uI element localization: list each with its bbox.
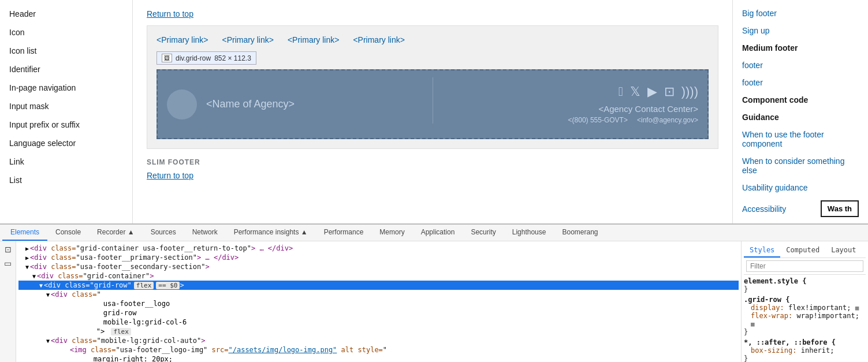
styles-tab-ev[interactable]: Ev [862, 244, 868, 257]
right-panel-medium-footer[interactable]: Medium footer [733, 39, 868, 57]
right-panel-usability[interactable]: Usability guidance [733, 179, 868, 196]
footer-primary-link-1[interactable]: <Primary link> [157, 35, 208, 44]
html-line-logo-class-2: grid-row [18, 308, 739, 318]
footer-secondary: <Name of Agency>  𝕏 ▶ ⊡ )))) <Agency Co… [157, 69, 709, 139]
sidebar-item-header[interactable]: Header [0, 5, 132, 23]
sidebar-item-link[interactable]: Link [0, 152, 132, 171]
footer-secondary-right:  𝕏 ▶ ⊡ )))) <Agency Contact Center> <(8… [568, 84, 698, 124]
right-panel-when-to-use[interactable]: When to use the footer component [733, 126, 868, 152]
devtools-tab-network[interactable]: Network [184, 225, 226, 241]
triangle-icon: ▶ [25, 245, 29, 252]
styles-tab-layout[interactable]: Layout [825, 244, 862, 257]
element-tooltip: 🖼 div.grid-row 852 × 112.3 [157, 51, 256, 65]
sidebar-item-language-selector[interactable]: Language selector [0, 134, 132, 152]
element-tooltip-tag: div.grid-row [176, 54, 211, 62]
right-panel: Big footer Sign up Medium footer footer … [732, 0, 868, 223]
return-to-top-link-1[interactable]: Return to top [147, 9, 193, 18]
right-panel-consider-else[interactable]: When to consider something else [733, 152, 868, 179]
html-line-margin: margin-right: 20px; [18, 354, 739, 362]
html-line-logo-class-1: usa-footer__logo [18, 299, 739, 308]
triangle-icon-7: ▼ [46, 338, 50, 344]
element-tooltip-size: 852 × 112.3 [214, 54, 251, 62]
devtools-tab-lighthouse[interactable]: Lighthouse [504, 225, 554, 241]
html-line-primary-section[interactable]: ▶<div class="usa-footer__primary-section… [18, 253, 739, 262]
html-line-secondary-section[interactable]: ▼<div class="usa-footer__secondary-secti… [18, 262, 739, 271]
elements-panel: ▶<div class="grid-container usa-footer__… [16, 241, 741, 362]
sidebar-item-icon-list[interactable]: Icon list [0, 42, 132, 60]
devtools-icon-inspect[interactable]: ⊡ [2, 244, 14, 255]
devtools-tab-memory[interactable]: Memory [371, 225, 412, 241]
social-icons:  𝕏 ▶ ⊡ )))) [568, 84, 698, 99]
styles-filter [744, 258, 866, 275]
styles-tab-styles[interactable]: Styles [744, 244, 780, 257]
right-panel-footer-1[interactable]: footer [733, 57, 868, 74]
styles-tabs: Styles Computed Layout Ev [744, 244, 866, 258]
sidebar-item-input-prefix-suffix[interactable]: Input prefix or suffix [0, 115, 132, 134]
devtools-tab-performance[interactable]: Performance [316, 225, 372, 241]
was-this-button[interactable]: Was th [821, 200, 859, 217]
right-panel-guidance[interactable]: Guidance [733, 109, 868, 126]
agency-contact: <Agency Contact Center> [568, 104, 698, 114]
agency-email: <info@agency.gov> [637, 116, 698, 124]
style-rule-element: element.style { } [744, 277, 866, 293]
html-line-logo-img-div[interactable]: ▼<div class="mobile-lg:grid-col-auto"> [18, 336, 739, 345]
devtools-tab-application[interactable]: Application [413, 225, 463, 241]
rss-icon[interactable]: )))) [681, 84, 698, 99]
triangle-icon-4: ▼ [32, 273, 36, 279]
html-line-logo-close: "> flex [18, 327, 739, 336]
agency-phone: <(800) 555-GOVT> [568, 116, 628, 124]
devtools-icon-device[interactable]: ▭ [2, 257, 14, 269]
triangle-icon-5: ▼ [39, 282, 43, 289]
styles-filter-input[interactable] [746, 260, 863, 272]
triangle-icon-6: ▼ [46, 292, 50, 298]
agency-contact-details: <(800) 555-GOVT> <info@agency.gov> [568, 116, 698, 124]
agency-name: <Name of Agency> [206, 98, 295, 110]
devtools-tab-elements[interactable]: Elements [2, 225, 47, 241]
instagram-icon[interactable]: ⊡ [664, 84, 675, 99]
html-line-div-logo[interactable]: ▼<div class=" [18, 290, 739, 299]
devtools-tab-perf-insights[interactable]: Performance insights ▲ [226, 225, 316, 241]
html-line-logo-class-3: mobile-lg:grid-col-6 [18, 318, 739, 327]
right-panel-sign-up[interactable]: Sign up [733, 22, 868, 39]
right-panel-component-code[interactable]: Component code [733, 91, 868, 109]
left-sidebar: Header Icon Icon list Identifier In-page… [0, 0, 133, 223]
devtools-tab-boomerang[interactable]: Boomerang [554, 225, 606, 241]
footer-secondary-left: <Name of Agency> [167, 89, 295, 120]
element-tooltip-icon: 🖼 [162, 54, 172, 62]
sidebar-item-icon[interactable]: Icon [0, 23, 132, 42]
return-to-top-link-2[interactable]: Return to top [147, 171, 193, 180]
right-panel-footer-2[interactable]: footer [733, 74, 868, 91]
devtools-tab-sources[interactable]: Sources [143, 225, 184, 241]
sidebar-item-list[interactable]: List [0, 171, 132, 189]
styles-tab-computed[interactable]: Computed [780, 244, 825, 257]
style-rule-after-before: *, ::after, ::before { box-sizing: inher… [744, 338, 866, 362]
devtools-tab-security[interactable]: Security [463, 225, 504, 241]
sidebar-item-input-mask[interactable]: Input mask [0, 97, 132, 115]
devtools-tab-console[interactable]: Console [47, 225, 89, 241]
footer-primary-link-2[interactable]: <Primary link> [222, 35, 273, 44]
agency-logo [167, 89, 197, 120]
main-content: Return to top <Primary link> <Primary li… [133, 0, 732, 223]
footer-primary-link-4[interactable]: <Primary link> [353, 35, 404, 44]
slim-footer-label: SLIM FOOTER [147, 158, 718, 166]
sidebar-item-in-page-nav[interactable]: In-page navigation [0, 79, 132, 97]
right-panel-accessibility[interactable]: Accessibility [742, 204, 816, 214]
youtube-icon[interactable]: ▶ [647, 84, 657, 99]
footer-preview-box: <Primary link> <Primary link> <Primary l… [147, 25, 718, 149]
devtools-panel: Elements Console Recorder ▲ Sources Netw… [0, 223, 868, 362]
right-panel-big-footer[interactable]: Big footer [733, 5, 868, 22]
html-line-return-to-top[interactable]: ▶<div class="grid-container usa-footer__… [18, 244, 739, 253]
footer-primary-links: <Primary link> <Primary link> <Primary l… [157, 35, 709, 44]
facebook-icon[interactable]:  [619, 84, 623, 99]
sidebar-item-identifier[interactable]: Identifier [0, 60, 132, 79]
html-line-grid-row[interactable]: ▼<div class="grid-row"flex== $0> [18, 281, 739, 290]
triangle-icon-2: ▶ [25, 255, 29, 261]
footer-divider [433, 77, 433, 124]
footer-primary-link-3[interactable]: <Primary link> [288, 35, 339, 44]
styles-panel: Styles Computed Layout Ev element.style … [741, 241, 868, 362]
devtools-tab-recorder[interactable]: Recorder ▲ [89, 225, 143, 241]
twitter-icon[interactable]: 𝕏 [630, 84, 640, 99]
html-line-img[interactable]: <img class="usa-footer__logo-img" src="/… [18, 345, 739, 354]
devtools-left-icons: ⊡ ▭ [0, 241, 16, 362]
html-line-grid-container[interactable]: ▼<div class="grid-container"> [18, 271, 739, 281]
